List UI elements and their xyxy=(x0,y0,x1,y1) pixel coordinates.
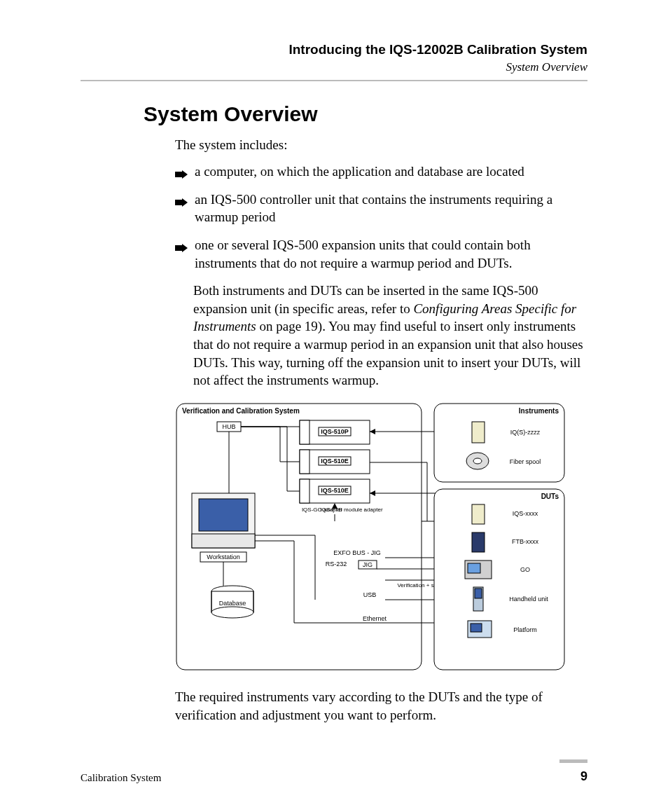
svg-rect-71 xyxy=(471,624,482,632)
svg-text:IQ(S)-zzzz: IQ(S)-zzzz xyxy=(510,429,541,436)
section-heading: System Overview xyxy=(144,102,587,126)
bullet-text: an IQS-500 controller unit that contains… xyxy=(195,192,552,225)
svg-rect-62 xyxy=(472,532,485,552)
list-item: a computer, on which the application and… xyxy=(175,163,587,181)
svg-rect-54 xyxy=(472,422,485,443)
svg-text:FTB-xxxx: FTB-xxxx xyxy=(512,538,538,545)
svg-text:IQS-510P: IQS-510P xyxy=(321,428,349,435)
svg-point-25 xyxy=(211,607,253,618)
instruments-title: Instruments xyxy=(519,407,559,415)
svg-text:Handheld unit: Handheld unit xyxy=(509,596,548,603)
svg-rect-53 xyxy=(434,404,564,482)
chapter-title: Introducing the IQS-12002B Calibration S… xyxy=(81,42,587,57)
list-item: one or several IQS-500 expansion units t… xyxy=(175,236,587,272)
header-rule xyxy=(81,80,587,81)
svg-text:RS-232: RS-232 xyxy=(326,560,347,567)
svg-rect-65 xyxy=(468,563,480,573)
database-icon: Database xyxy=(211,586,253,618)
svg-rect-19 xyxy=(192,534,255,548)
svg-text:EXFO BUS - JIG: EXFO BUS - JIG xyxy=(333,549,381,556)
list-item: an IQS-500 controller unit that contains… xyxy=(175,191,587,226)
intro-text: The system includes: xyxy=(175,137,587,153)
footer-left: Calibration System xyxy=(81,772,161,784)
workstation-label: Workstation xyxy=(207,553,239,560)
svg-rect-10 xyxy=(300,450,309,474)
svg-text:Ethernet: Ethernet xyxy=(363,615,387,622)
box-title: Verification and Calibration System xyxy=(182,407,300,415)
svg-rect-18 xyxy=(199,499,248,531)
svg-rect-68 xyxy=(475,589,482,598)
page-number: 9 xyxy=(580,769,587,784)
svg-rect-14 xyxy=(300,479,309,503)
bullet-text: a computer, on which the application and… xyxy=(195,164,524,179)
svg-text:Platform: Platform xyxy=(513,626,537,633)
database-label: Database xyxy=(219,600,246,607)
closing-paragraph: The required instruments vary according … xyxy=(175,688,587,724)
svg-rect-60 xyxy=(472,504,485,524)
hub-label: HUB xyxy=(222,423,235,430)
svg-text:Fiber spool: Fiber spool xyxy=(510,458,541,465)
svg-text:IQS-510E: IQS-510E xyxy=(321,487,349,494)
duts-title: DUTs xyxy=(541,493,559,500)
bullet-list: a computer, on which the application and… xyxy=(175,163,587,272)
footer-accent xyxy=(559,759,587,763)
page-footer: Calibration System 9 xyxy=(81,769,587,784)
workstation-icon xyxy=(192,493,255,548)
svg-text:IQS-FTB module adapter: IQS-FTB module adapter xyxy=(320,507,383,513)
svg-marker-0 xyxy=(175,170,188,179)
svg-marker-1 xyxy=(175,198,188,207)
svg-point-57 xyxy=(473,458,482,464)
svg-text:USB: USB xyxy=(363,591,377,598)
svg-text:GO: GO xyxy=(520,566,530,573)
svg-text:JIG: JIG xyxy=(363,561,373,568)
section-label: System Overview xyxy=(81,60,587,74)
svg-marker-2 xyxy=(175,244,188,252)
arrow-icon xyxy=(175,193,188,202)
svg-text:IQS-510E: IQS-510E xyxy=(321,457,349,465)
svg-rect-6 xyxy=(300,420,309,444)
system-diagram: Verification and Calibration System HUB … xyxy=(175,402,587,675)
bullet-text: one or several IQS-500 expansion units t… xyxy=(195,238,531,270)
svg-rect-59 xyxy=(434,489,564,670)
paragraph: Both instruments and DUTs can be inserte… xyxy=(193,282,587,390)
arrow-icon xyxy=(175,239,188,247)
rack-units: IQS-510P IQS-510E IQS-510E xyxy=(300,420,370,503)
arrow-icon xyxy=(175,165,188,174)
svg-text:IQS-xxxx: IQS-xxxx xyxy=(513,510,538,517)
